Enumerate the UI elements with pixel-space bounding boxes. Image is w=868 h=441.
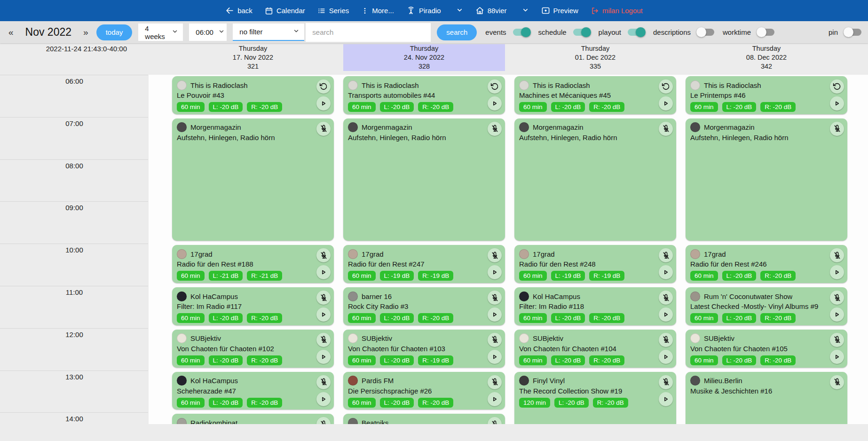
mic-off-button[interactable] <box>659 333 673 347</box>
play-button[interactable] <box>659 392 673 406</box>
day-column-header[interactable]: Thursday01. Dec 2022335 <box>514 44 676 71</box>
logout-button[interactable]: milan Logout <box>591 7 643 15</box>
mic-off-button[interactable] <box>488 375 502 389</box>
day-column-header[interactable]: Thursday08. Dec 2022342 <box>686 44 847 71</box>
event-card[interactable]: This is RadioclashMachines et Mécaniques… <box>514 76 676 114</box>
nav-preview[interactable]: Preview <box>541 6 578 15</box>
event-card[interactable]: barner 16Rock City Radio #360 minL: -20 … <box>343 287 505 325</box>
prev-month-button[interactable]: « <box>7 27 16 38</box>
mic-off-button[interactable] <box>659 122 673 136</box>
toggle-switch-descriptions[interactable] <box>697 29 714 36</box>
today-button[interactable]: today <box>96 24 133 40</box>
mic-off-button[interactable] <box>316 291 331 305</box>
event-card[interactable]: Finyl VinylThe Record Collection Show #1… <box>514 372 676 424</box>
next-month-button[interactable]: » <box>81 27 90 38</box>
mic-off-button[interactable] <box>488 417 502 424</box>
back-button[interactable]: back <box>225 6 253 15</box>
day-column-header[interactable]: Thursday17. Nov 2022321 <box>172 44 334 71</box>
nav-station[interactable]: Piradio <box>406 6 441 16</box>
mic-off-button[interactable] <box>316 122 331 136</box>
event-card[interactable]: This is RadioclashTransports automobiles… <box>343 76 505 114</box>
grid-scroll-area[interactable]: 06:0007:0008:0009:0010:0011:0012:0013:00… <box>0 75 868 424</box>
toggle-switch-events[interactable] <box>513 29 530 36</box>
event-card[interactable]: Kol HaCampusScheherazade #4760 minL: -20… <box>172 372 334 410</box>
mic-off-button[interactable] <box>488 248 502 262</box>
play-button[interactable] <box>659 350 673 364</box>
toggle-playout[interactable]: playout <box>599 28 645 36</box>
play-button[interactable] <box>488 265 502 279</box>
mic-off-button[interactable] <box>316 417 331 424</box>
play-button[interactable] <box>316 307 331 322</box>
play-button[interactable] <box>830 96 844 110</box>
event-card[interactable]: Milieu.BerlinMusike & Jeschichten #16 <box>686 372 847 424</box>
mic-off-button[interactable] <box>659 248 673 262</box>
event-card[interactable]: SUBjektivVon Chaoten für Chaoten #10360 … <box>343 330 505 368</box>
toggle-worktime[interactable]: worktime <box>723 28 774 36</box>
toggle-switch-playout[interactable] <box>628 29 645 36</box>
toggle-schedule[interactable]: schedule <box>538 28 590 36</box>
start-time-select[interactable]: 06:00 <box>189 24 227 41</box>
nav-series[interactable]: Series <box>317 7 349 15</box>
event-card[interactable]: MorgenmagazinAufstehn, Hinlegen, Radio h… <box>686 118 847 241</box>
toggle-switch-schedule[interactable] <box>573 29 590 36</box>
play-button[interactable] <box>830 265 844 279</box>
toggle-switch-worktime[interactable] <box>758 29 774 36</box>
toggle-events[interactable]: events <box>485 28 529 36</box>
event-card[interactable]: 17gradRadio für den Rest #18860 minL: -2… <box>172 245 334 283</box>
day-column-header[interactable]: Thursday24. Nov 2022328 <box>343 44 505 71</box>
mic-off-button[interactable] <box>488 291 502 305</box>
event-card[interactable]: Rum 'n' Coconutwater ShowLatest Checked … <box>686 287 847 325</box>
play-button[interactable] <box>316 96 331 110</box>
event-card[interactable]: SUBjektivVon Chaoten für Chaoten #10560 … <box>686 330 847 368</box>
play-button[interactable] <box>659 265 673 279</box>
play-button[interactable] <box>488 392 502 406</box>
event-card[interactable]: MorgenmagazinAufstehn, Hinlegen, Radio h… <box>343 118 505 241</box>
mic-off-button[interactable] <box>316 248 331 262</box>
repeat-button[interactable] <box>316 79 331 94</box>
toggle-pin[interactable]: pin <box>829 28 861 36</box>
event-card[interactable]: This is RadioclashLe Printemps #4660 min… <box>686 76 847 114</box>
play-button[interactable] <box>659 96 673 110</box>
station-dropdown-chevron[interactable] <box>456 7 463 15</box>
mic-off-button[interactable] <box>830 248 844 262</box>
play-button[interactable] <box>830 350 844 364</box>
mic-off-button[interactable] <box>830 122 844 136</box>
event-card[interactable]: Radiokombinat <box>172 414 334 424</box>
toggle-switch-pin[interactable] <box>844 29 861 36</box>
play-button[interactable] <box>488 307 502 322</box>
toggle-descriptions[interactable]: descriptions <box>653 28 714 36</box>
nav-channel[interactable]: 88vier <box>475 6 507 15</box>
event-card[interactable]: 17gradRadio für den Rest #24760 minL: -1… <box>343 245 505 283</box>
play-button[interactable] <box>659 307 673 322</box>
mic-off-button[interactable] <box>316 375 331 389</box>
mic-off-button[interactable] <box>488 122 502 136</box>
event-card[interactable]: MorgenmagazinAufstehn, Hinlegen, Radio h… <box>172 118 334 241</box>
event-card[interactable]: SUBjektivVon Chaoten für Chaoten #10460 … <box>514 330 676 368</box>
event-card[interactable]: This is RadioclashLe Pouvoir #4360 minL:… <box>172 76 334 114</box>
play-button[interactable] <box>316 265 331 279</box>
mic-off-button[interactable] <box>830 375 844 389</box>
event-card[interactable]: Pardis FMDie Persischsprachige #2660 min… <box>343 372 505 410</box>
repeat-button[interactable] <box>830 79 844 94</box>
event-card[interactable]: SUBjektivVon Chaoten für Chaoten #10260 … <box>172 330 334 368</box>
event-card[interactable]: Beatniks <box>343 414 505 424</box>
play-button[interactable] <box>488 350 502 364</box>
play-button[interactable] <box>488 96 502 110</box>
play-button[interactable] <box>316 350 331 364</box>
filter-select[interactable]: no filter <box>233 24 304 41</box>
nav-more[interactable]: More... <box>361 7 394 15</box>
mic-off-button[interactable] <box>830 333 844 347</box>
play-button[interactable] <box>830 307 844 322</box>
repeat-button[interactable] <box>659 79 673 94</box>
mic-off-button[interactable] <box>488 333 502 347</box>
repeat-button[interactable] <box>488 79 502 94</box>
search-button[interactable]: search <box>437 24 477 40</box>
event-card[interactable]: 17gradRadio für den Rest #24660 minL: -2… <box>686 245 847 283</box>
mic-off-button[interactable] <box>830 291 844 305</box>
nav-calendar[interactable]: Calendar <box>265 7 305 15</box>
search-input[interactable] <box>306 23 431 42</box>
range-select[interactable]: 4 weeks <box>138 24 183 41</box>
mic-off-button[interactable] <box>316 333 331 347</box>
mic-off-button[interactable] <box>659 375 673 389</box>
channel-dropdown-chevron[interactable] <box>522 7 529 15</box>
